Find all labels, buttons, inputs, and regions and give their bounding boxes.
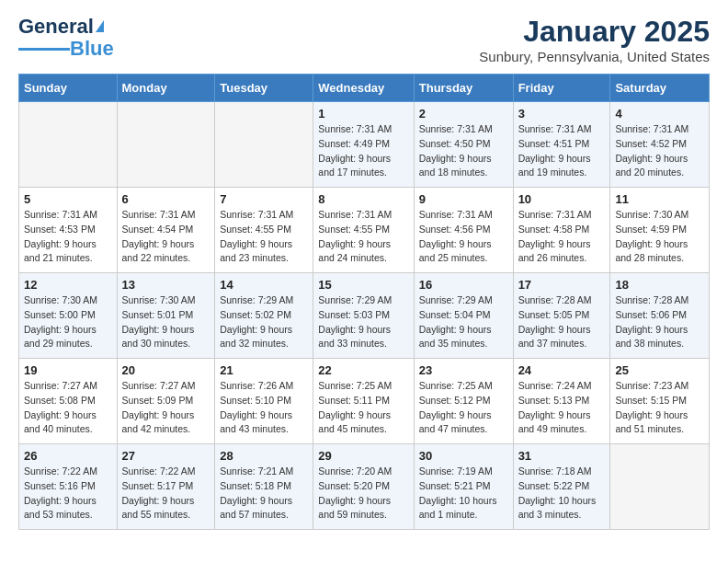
day-number: 3 <box>518 107 606 121</box>
day-detail: Sunrise: 7:27 AMSunset: 5:09 PMDaylight:… <box>122 379 210 437</box>
day-detail: Sunrise: 7:31 AMSunset: 4:55 PMDaylight:… <box>220 208 308 266</box>
day-number: 18 <box>615 278 704 292</box>
day-detail: Sunrise: 7:28 AMSunset: 5:05 PMDaylight:… <box>518 293 606 351</box>
day-number: 2 <box>419 107 508 121</box>
day-number: 1 <box>318 107 408 121</box>
calendar-header-row: SundayMondayTuesdayWednesdayThursdayFrid… <box>19 75 710 102</box>
weekday-header-thursday: Thursday <box>414 75 513 102</box>
calendar-subtitle: Sunbury, Pennsylvania, United States <box>479 49 710 64</box>
day-number: 25 <box>615 363 704 377</box>
calendar-day-9: 9Sunrise: 7:31 AMSunset: 4:56 PMDaylight… <box>414 188 513 273</box>
day-detail: Sunrise: 7:20 AMSunset: 5:20 PMDaylight:… <box>318 465 408 523</box>
day-detail: Sunrise: 7:25 AMSunset: 5:11 PMDaylight:… <box>318 379 408 437</box>
page: General Blue January 2025 Sunbury, Penns… <box>0 0 728 545</box>
weekday-header-friday: Friday <box>513 75 610 102</box>
calendar-day-28: 28Sunrise: 7:21 AMSunset: 5:18 PMDayligh… <box>215 444 313 530</box>
weekday-header-monday: Monday <box>117 75 215 102</box>
calendar-day-21: 21Sunrise: 7:26 AMSunset: 5:10 PMDayligh… <box>215 359 313 444</box>
day-number: 26 <box>24 449 112 463</box>
calendar-day-25: 25Sunrise: 7:23 AMSunset: 5:15 PMDayligh… <box>610 359 710 444</box>
calendar-empty-cell <box>610 444 710 530</box>
title-block: January 2025 Sunbury, Pennsylvania, Unit… <box>479 15 710 64</box>
day-number: 6 <box>122 192 210 206</box>
calendar-day-2: 2Sunrise: 7:31 AMSunset: 4:50 PMDaylight… <box>414 102 513 188</box>
day-detail: Sunrise: 7:29 AMSunset: 5:04 PMDaylight:… <box>419 293 508 351</box>
header: General Blue January 2025 Sunbury, Penns… <box>18 15 710 64</box>
calendar-day-3: 3Sunrise: 7:31 AMSunset: 4:51 PMDaylight… <box>513 102 610 188</box>
day-detail: Sunrise: 7:31 AMSunset: 4:58 PMDaylight:… <box>518 208 606 266</box>
day-number: 19 <box>24 363 112 377</box>
day-number: 11 <box>615 192 704 206</box>
day-number: 8 <box>318 192 408 206</box>
day-number: 20 <box>122 363 210 377</box>
day-number: 31 <box>518 449 606 463</box>
calendar-day-18: 18Sunrise: 7:28 AMSunset: 5:06 PMDayligh… <box>610 273 710 359</box>
calendar-week-row: 19Sunrise: 7:27 AMSunset: 5:08 PMDayligh… <box>19 359 710 444</box>
day-number: 12 <box>24 278 112 292</box>
day-number: 24 <box>518 363 606 377</box>
logo-general: General <box>18 15 94 39</box>
day-number: 23 <box>419 363 508 377</box>
day-detail: Sunrise: 7:30 AMSunset: 5:01 PMDaylight:… <box>122 293 210 351</box>
calendar-table: SundayMondayTuesdayWednesdayThursdayFrid… <box>18 74 710 530</box>
day-detail: Sunrise: 7:29 AMSunset: 5:03 PMDaylight:… <box>318 293 408 351</box>
calendar-day-6: 6Sunrise: 7:31 AMSunset: 4:54 PMDaylight… <box>117 188 215 273</box>
day-detail: Sunrise: 7:25 AMSunset: 5:12 PMDaylight:… <box>419 379 508 437</box>
day-number: 15 <box>318 278 408 292</box>
day-number: 30 <box>419 449 508 463</box>
calendar-day-14: 14Sunrise: 7:29 AMSunset: 5:02 PMDayligh… <box>215 273 313 359</box>
day-detail: Sunrise: 7:28 AMSunset: 5:06 PMDaylight:… <box>615 293 704 351</box>
day-number: 10 <box>518 192 606 206</box>
day-detail: Sunrise: 7:18 AMSunset: 5:22 PMDaylight:… <box>518 465 606 523</box>
calendar-week-row: 26Sunrise: 7:22 AMSunset: 5:16 PMDayligh… <box>19 444 710 530</box>
day-detail: Sunrise: 7:26 AMSunset: 5:10 PMDaylight:… <box>220 379 308 437</box>
calendar-day-23: 23Sunrise: 7:25 AMSunset: 5:12 PMDayligh… <box>414 359 513 444</box>
day-number: 14 <box>220 278 308 292</box>
day-number: 22 <box>318 363 408 377</box>
calendar-day-30: 30Sunrise: 7:19 AMSunset: 5:21 PMDayligh… <box>414 444 513 530</box>
day-detail: Sunrise: 7:31 AMSunset: 4:50 PMDaylight:… <box>419 122 508 180</box>
day-number: 9 <box>419 192 508 206</box>
calendar-day-26: 26Sunrise: 7:22 AMSunset: 5:16 PMDayligh… <box>19 444 118 530</box>
calendar-day-16: 16Sunrise: 7:29 AMSunset: 5:04 PMDayligh… <box>414 273 513 359</box>
day-detail: Sunrise: 7:31 AMSunset: 4:54 PMDaylight:… <box>122 208 210 266</box>
calendar-day-15: 15Sunrise: 7:29 AMSunset: 5:03 PMDayligh… <box>313 273 414 359</box>
calendar-day-5: 5Sunrise: 7:31 AMSunset: 4:53 PMDaylight… <box>19 188 118 273</box>
calendar-day-19: 19Sunrise: 7:27 AMSunset: 5:08 PMDayligh… <box>19 359 118 444</box>
weekday-header-tuesday: Tuesday <box>215 75 313 102</box>
day-detail: Sunrise: 7:27 AMSunset: 5:08 PMDaylight:… <box>24 379 112 437</box>
day-detail: Sunrise: 7:30 AMSunset: 5:00 PMDaylight:… <box>24 293 112 351</box>
weekday-header-saturday: Saturday <box>610 75 710 102</box>
calendar-day-8: 8Sunrise: 7:31 AMSunset: 4:55 PMDaylight… <box>313 188 414 273</box>
weekday-header-sunday: Sunday <box>19 75 118 102</box>
calendar-week-row: 5Sunrise: 7:31 AMSunset: 4:53 PMDaylight… <box>19 188 710 273</box>
calendar-day-12: 12Sunrise: 7:30 AMSunset: 5:00 PMDayligh… <box>19 273 118 359</box>
calendar-day-11: 11Sunrise: 7:30 AMSunset: 4:59 PMDayligh… <box>610 188 710 273</box>
calendar-empty-cell <box>19 102 118 188</box>
calendar-day-1: 1Sunrise: 7:31 AMSunset: 4:49 PMDaylight… <box>313 102 414 188</box>
calendar-day-29: 29Sunrise: 7:20 AMSunset: 5:20 PMDayligh… <box>313 444 414 530</box>
day-number: 16 <box>419 278 508 292</box>
calendar-day-22: 22Sunrise: 7:25 AMSunset: 5:11 PMDayligh… <box>313 359 414 444</box>
calendar-day-4: 4Sunrise: 7:31 AMSunset: 4:52 PMDaylight… <box>610 102 710 188</box>
day-detail: Sunrise: 7:19 AMSunset: 5:21 PMDaylight:… <box>419 465 508 523</box>
logo-underline <box>18 48 70 51</box>
logo-blue: Blue <box>70 37 114 61</box>
day-detail: Sunrise: 7:31 AMSunset: 4:53 PMDaylight:… <box>24 208 112 266</box>
day-number: 27 <box>122 449 210 463</box>
day-number: 13 <box>122 278 210 292</box>
calendar-week-row: 1Sunrise: 7:31 AMSunset: 4:49 PMDaylight… <box>19 102 710 188</box>
calendar-day-24: 24Sunrise: 7:24 AMSunset: 5:13 PMDayligh… <box>513 359 610 444</box>
calendar-day-10: 10Sunrise: 7:31 AMSunset: 4:58 PMDayligh… <box>513 188 610 273</box>
calendar-day-20: 20Sunrise: 7:27 AMSunset: 5:09 PMDayligh… <box>117 359 215 444</box>
day-detail: Sunrise: 7:29 AMSunset: 5:02 PMDaylight:… <box>220 293 308 351</box>
logo-triangle-icon <box>96 20 104 32</box>
day-detail: Sunrise: 7:31 AMSunset: 4:55 PMDaylight:… <box>318 208 408 266</box>
logo: General Blue <box>18 15 114 61</box>
day-detail: Sunrise: 7:30 AMSunset: 4:59 PMDaylight:… <box>615 208 704 266</box>
weekday-header-wednesday: Wednesday <box>313 75 414 102</box>
day-detail: Sunrise: 7:31 AMSunset: 4:49 PMDaylight:… <box>318 122 408 180</box>
calendar-title: January 2025 <box>479 15 710 49</box>
day-number: 4 <box>615 107 704 121</box>
day-number: 5 <box>24 192 112 206</box>
